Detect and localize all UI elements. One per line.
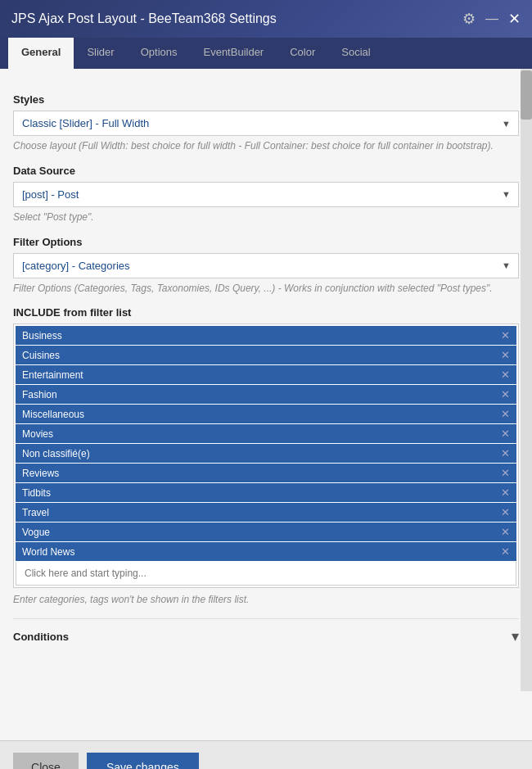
tag-remove-8[interactable]: ✕ xyxy=(494,486,510,499)
list-item: Non classifié(e) ✕ xyxy=(16,444,516,463)
tag-container: Business ✕ Cuisines ✕ Entertainment ✕ Fa… xyxy=(13,323,519,588)
tag-type-input[interactable] xyxy=(16,562,516,586)
filteroptions-helper: Filter Options (Categories, Tags, Taxono… xyxy=(13,282,519,296)
tab-eventbuilder[interactable]: EventBuilder xyxy=(190,38,277,69)
tag-name: Miscellaneous xyxy=(22,409,494,420)
main-content: Styles Classic [Slider] - Full Width Cla… xyxy=(0,69,532,740)
tag-remove-1[interactable]: ✕ xyxy=(494,349,510,361)
tab-general[interactable]: General xyxy=(8,38,74,69)
conditions-label: Conditions xyxy=(13,631,69,643)
tag-name: Entertainment xyxy=(22,369,494,381)
list-item: Business ✕ xyxy=(16,326,516,345)
close-icon[interactable]: ✕ xyxy=(508,10,521,28)
list-item: Miscellaneous ✕ xyxy=(16,405,516,423)
styles-helper: Choose layout (Full Width: best choice f… xyxy=(13,139,519,153)
scrollbar-thumb[interactable] xyxy=(521,70,532,120)
tag-remove-11[interactable]: ✕ xyxy=(494,545,510,558)
list-item: Fashion ✕ xyxy=(16,385,516,404)
tag-remove-10[interactable]: ✕ xyxy=(494,526,510,538)
tag-name: Travel xyxy=(22,507,494,518)
tag-remove-7[interactable]: ✕ xyxy=(494,467,510,479)
list-item: Vogue ✕ xyxy=(16,522,516,541)
filteroptions-select-wrapper[interactable]: [category] - Categories [tag] - Tags [ta… xyxy=(13,253,519,278)
tab-social[interactable]: Social xyxy=(328,38,383,69)
tag-remove-0[interactable]: ✕ xyxy=(494,329,510,342)
datasource-select-wrapper[interactable]: [post] - Post [page] - Page [category] -… xyxy=(13,182,519,207)
styles-label: Styles xyxy=(13,93,519,106)
list-item: World News ✕ xyxy=(16,542,516,561)
tag-remove-5[interactable]: ✕ xyxy=(494,427,510,440)
datasource-helper: Select "Post type". xyxy=(13,210,519,224)
filteroptions-label: Filter Options xyxy=(13,236,519,248)
window-controls: ⚙ — ✕ xyxy=(462,10,521,28)
tab-bar: General Slider Options EventBuilder Colo… xyxy=(0,38,532,69)
tag-name: Movies xyxy=(22,428,494,440)
tag-name: Business xyxy=(22,330,494,342)
list-item: Travel ✕ xyxy=(16,503,516,522)
tag-remove-3[interactable]: ✕ xyxy=(494,388,510,400)
include-filter-label: INCLUDE from filter list xyxy=(13,306,519,319)
filteroptions-select[interactable]: [category] - Categories [tag] - Tags [ta… xyxy=(13,253,519,278)
tag-remove-2[interactable]: ✕ xyxy=(494,369,510,381)
save-button[interactable]: Save changes xyxy=(87,753,199,769)
tag-name: Cuisines xyxy=(22,350,494,361)
datasource-label: Data Source xyxy=(13,165,519,177)
tag-name: Reviews xyxy=(22,468,494,479)
gear-icon[interactable]: ⚙ xyxy=(462,10,476,28)
conditions-row: Conditions ▾ xyxy=(13,618,519,654)
tag-name: Non classifié(e) xyxy=(22,448,494,459)
tag-remove-6[interactable]: ✕ xyxy=(494,447,510,459)
list-item: Reviews ✕ xyxy=(16,464,516,482)
tab-slider[interactable]: Slider xyxy=(74,38,127,69)
tab-color[interactable]: Color xyxy=(277,38,328,69)
tag-name: Tidbits xyxy=(22,487,494,499)
scrollbar-track[interactable] xyxy=(521,69,532,691)
list-item: Cuisines ✕ xyxy=(16,346,516,364)
list-item: Tidbits ✕ xyxy=(16,483,516,502)
minimize-icon[interactable]: — xyxy=(485,11,498,26)
styles-select-wrapper[interactable]: Classic [Slider] - Full Width Classic [S… xyxy=(13,111,519,136)
list-item: Movies ✕ xyxy=(16,424,516,443)
title-bar: JPS Ajax Post Layout - BeeTeam368 Settin… xyxy=(0,0,532,38)
list-item: Entertainment ✕ xyxy=(16,365,516,384)
tag-name: World News xyxy=(22,546,494,558)
datasource-select[interactable]: [post] - Post [page] - Page [category] -… xyxy=(13,182,519,207)
tab-options[interactable]: Options xyxy=(128,38,191,69)
tag-name: Vogue xyxy=(22,527,494,538)
tag-remove-9[interactable]: ✕ xyxy=(494,506,510,518)
styles-select[interactable]: Classic [Slider] - Full Width Classic [S… xyxy=(13,111,519,136)
close-button[interactable]: Close xyxy=(13,753,79,769)
tag-remove-4[interactable]: ✕ xyxy=(494,408,510,420)
bottom-bar: Close Save changes xyxy=(0,740,532,769)
window-title: JPS Ajax Post Layout - BeeTeam368 Settin… xyxy=(11,11,277,26)
include-filter-section: INCLUDE from filter list Business ✕ Cuis… xyxy=(13,306,519,607)
conditions-chevron-down-icon[interactable]: ▾ xyxy=(512,627,519,645)
tag-name: Fashion xyxy=(22,389,494,400)
include-filter-helper: Enter categories, tags won't be shown in… xyxy=(13,593,519,607)
